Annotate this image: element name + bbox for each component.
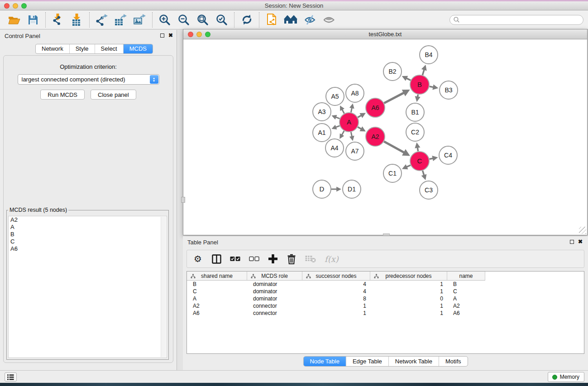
table-panel-title: Table Panel <box>187 239 218 246</box>
zoom-fit-icon[interactable] <box>193 12 212 28</box>
graph-node-A3[interactable]: A3 <box>313 103 331 121</box>
close-table-panel-icon[interactable]: ✖ <box>578 239 583 244</box>
svg-text:D: D <box>320 185 325 193</box>
graph-node-A7[interactable]: A7 <box>346 142 364 160</box>
network-scrollbar-thumb-left[interactable] <box>181 197 185 203</box>
tab-network-table[interactable]: Network Table <box>388 357 439 366</box>
graph-node-C[interactable]: C <box>410 152 429 171</box>
show-graphics-details-icon[interactable] <box>319 12 338 28</box>
deselect-all-checkboxes-icon[interactable] <box>249 252 259 266</box>
graph-node-A6[interactable]: A6 <box>366 98 385 117</box>
table-cell: connector <box>247 303 302 309</box>
table-panel: Table Panel ✖ ⚙f(x) shared nameMCDS role… <box>183 236 588 370</box>
graph-node-B1[interactable]: B1 <box>406 103 424 121</box>
result-list-scrollbar[interactable] <box>161 217 166 357</box>
search-input[interactable] <box>460 16 583 24</box>
settings-gear-icon[interactable]: ⚙ <box>193 252 203 266</box>
clone-network-icon[interactable] <box>262 12 281 28</box>
main-titlebar[interactable]: Session: New Session <box>0 1 588 10</box>
tab-node-table[interactable]: Node Table <box>303 357 346 366</box>
mcds-result-item[interactable]: A6 <box>9 245 167 253</box>
graph-node-A8[interactable]: A8 <box>346 84 364 102</box>
search-field[interactable] <box>449 15 583 25</box>
column-header-name[interactable]: name <box>447 272 485 281</box>
mcds-result-item[interactable]: C <box>9 238 167 245</box>
add-column-icon[interactable] <box>268 252 278 266</box>
close-panel-icon[interactable]: ✖ <box>168 33 173 38</box>
zoom-out-icon[interactable] <box>174 12 193 28</box>
export-table-icon[interactable] <box>111 12 130 28</box>
tab-network[interactable]: Network <box>36 44 69 53</box>
network-window-titlebar[interactable]: testGlobe.txt <box>183 29 587 39</box>
import-network-icon[interactable] <box>48 12 67 28</box>
table-row[interactable]: A2connector11A2 <box>187 302 584 310</box>
mcds-result-item[interactable]: A2 <box>9 216 167 224</box>
column-header-successor-nodes[interactable]: successor nodes <box>302 272 370 281</box>
table-row[interactable]: A6connector11A6 <box>187 310 584 317</box>
table-row[interactable]: Bdominator41B <box>187 281 584 288</box>
export-image-icon[interactable] <box>130 12 149 28</box>
graph-node-B[interactable]: B <box>410 75 429 94</box>
mcds-result-item[interactable]: B <box>9 231 167 238</box>
column-header-shared-name[interactable]: shared name <box>187 272 247 281</box>
delete-column-icon[interactable] <box>287 252 296 266</box>
float-table-panel-icon[interactable] <box>570 240 574 244</box>
refresh-layout-icon[interactable] <box>237 12 256 28</box>
svg-text:B3: B3 <box>445 86 452 94</box>
graph-node-B4[interactable]: B4 <box>420 46 438 64</box>
graph-node-C1[interactable]: C1 <box>383 164 402 182</box>
tab-mcds[interactable]: MCDS <box>123 44 153 53</box>
control-panel-title: Control Panel <box>5 33 40 39</box>
graph-node-D[interactable]: D <box>313 180 331 198</box>
tab-edge-table[interactable]: Edge Table <box>346 357 388 366</box>
column-visibility-icon[interactable] <box>211 252 221 266</box>
memory-button[interactable]: Memory <box>548 372 584 382</box>
edge-B-B4[interactable] <box>422 69 424 75</box>
graph-node-B3[interactable]: B3 <box>440 81 458 99</box>
run-mcds-button[interactable]: Run MCDS <box>40 90 85 100</box>
show-panels-button[interactable] <box>5 372 17 381</box>
zoom-selected-icon[interactable] <box>212 12 231 28</box>
zoom-in-icon[interactable] <box>155 12 174 28</box>
toolbar-separator <box>259 12 259 28</box>
graph-node-C2[interactable]: C2 <box>406 123 424 141</box>
svg-text:A1: A1 <box>318 129 325 136</box>
node-table: shared nameMCDS rolesuccessor nodesprede… <box>186 271 584 354</box>
graph-node-C4[interactable]: C4 <box>439 146 457 164</box>
edge-A2-C[interactable] <box>384 142 404 153</box>
graph-node-A4[interactable]: A4 <box>325 139 344 157</box>
graph-node-D1[interactable]: D1 <box>343 180 361 198</box>
resize-grip-icon[interactable] <box>579 227 586 234</box>
table-cell: 1 <box>370 288 447 295</box>
list-icon <box>7 374 14 380</box>
table-row[interactable]: Adominator80A <box>187 295 584 302</box>
hide-graphics-details-icon[interactable] <box>300 12 319 28</box>
home-view-icon[interactable] <box>281 12 300 28</box>
mcds-result-list[interactable]: A2ABCA6 <box>8 216 167 358</box>
graph-node-A[interactable]: A <box>339 113 359 132</box>
network-canvas[interactable]: B4B2BB3A8A5A6A3B1AC2A1A2A4A7C4CC1DD1C3 <box>184 40 587 234</box>
network-scrollbar-thumb-bottom[interactable] <box>383 234 390 236</box>
graph-node-C3[interactable]: C3 <box>420 181 438 199</box>
import-table-icon[interactable] <box>67 12 86 28</box>
table-row[interactable]: Cdominator41C <box>187 288 584 295</box>
criterion-dropdown[interactable]: largest connected component (directed) ▲… <box>18 74 159 85</box>
close-panel-button[interactable]: Close panel <box>91 90 136 100</box>
edge-A6-B[interactable] <box>384 93 405 103</box>
graph-node-A1[interactable]: A1 <box>313 124 331 142</box>
graph-node-B2[interactable]: B2 <box>383 62 402 81</box>
tab-motifs[interactable]: Motifs <box>439 357 468 366</box>
column-header-predecessor-nodes[interactable]: predecessor nodes <box>370 272 447 281</box>
select-all-checkboxes-icon[interactable] <box>230 252 240 266</box>
tab-style[interactable]: Style <box>69 44 95 53</box>
column-header-MCDS-role[interactable]: MCDS role <box>247 272 302 281</box>
open-file-icon[interactable] <box>5 12 24 28</box>
control-panel: Control Panel ✖ NetworkStyleSelectMCDS O… <box>0 30 177 370</box>
float-panel-icon[interactable] <box>160 33 164 38</box>
tab-select[interactable]: Select <box>95 44 123 53</box>
save-session-icon[interactable] <box>24 12 43 28</box>
graph-node-A2[interactable]: A2 <box>366 127 385 146</box>
export-network-icon[interactable] <box>92 12 111 28</box>
graph-node-A5[interactable]: A5 <box>326 87 344 105</box>
mcds-result-item[interactable]: A <box>9 224 167 231</box>
